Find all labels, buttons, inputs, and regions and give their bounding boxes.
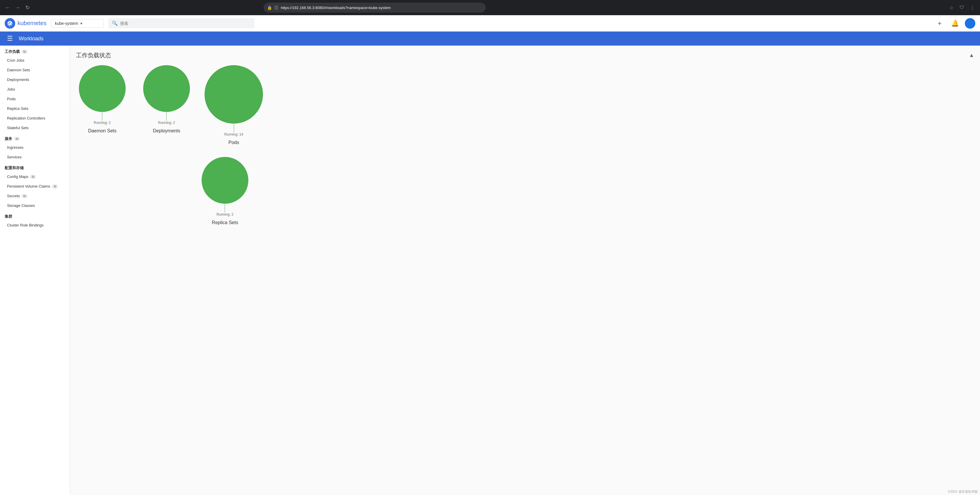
sidebar-item-replication-controllers[interactable]: Replication Controllers bbox=[0, 113, 70, 123]
running-row-daemon-sets: Running: 2 bbox=[94, 121, 111, 125]
sidebar-workloads-badge: N bbox=[22, 50, 27, 54]
footer: ©2021 省京道技术版 bbox=[945, 488, 980, 495]
sidebar-item-replica-sets[interactable]: Replica Sets bbox=[0, 104, 70, 113]
url-prefix: https:// bbox=[281, 6, 292, 10]
sidebar-item-persistent-volume-claims[interactable]: Persistent Volume Claims N bbox=[0, 181, 70, 191]
sidebar-services-badge: N bbox=[14, 137, 20, 141]
sidebar-config-header[interactable]: 配置和存储 bbox=[0, 162, 70, 172]
workload-grid: Running: 2 Daemon Sets Running: 2 bbox=[76, 65, 974, 225]
secrets-badge: N bbox=[22, 194, 27, 198]
sidebar-item-stateful-sets[interactable]: Stateful Sets bbox=[0, 123, 70, 133]
workload-name-replica-sets: Replica Sets bbox=[212, 220, 238, 225]
nav-title: Workloads bbox=[19, 36, 43, 42]
logo-area: kubernetes bbox=[5, 18, 46, 29]
sidebar-item-daemon-sets[interactable]: Daemon Sets bbox=[0, 65, 70, 75]
workload-name-daemon-sets: Daemon Sets bbox=[88, 128, 116, 134]
kubernetes-logo bbox=[5, 18, 15, 29]
running-text-daemon-sets: Running: 2 bbox=[94, 121, 111, 125]
footer-text: ©2021 省京道技术版 bbox=[948, 490, 978, 493]
circle-container-daemon-sets: Running: 2 bbox=[79, 65, 126, 125]
running-line-pods: Running: 14 bbox=[224, 124, 243, 137]
hamburger-menu-button[interactable]: ☰ bbox=[5, 33, 15, 44]
workload-item-pods: Running: 14 Pods bbox=[205, 65, 263, 145]
sidebar-workloads-header[interactable]: 工作负载 N bbox=[0, 46, 70, 56]
browser-actions: ☆ 🛡 ⋮ bbox=[947, 3, 977, 12]
sidebar-cluster-header[interactable]: 集群 bbox=[0, 210, 70, 220]
sidebar-item-config-maps[interactable]: Config Maps N bbox=[0, 172, 70, 181]
account-button[interactable]: 👤 bbox=[965, 18, 975, 29]
browser-menu-button[interactable]: ⋮ bbox=[968, 3, 977, 12]
section-title: 工作负载状态 bbox=[76, 51, 111, 59]
circle-container-deployments: Running: 2 bbox=[143, 65, 190, 125]
back-button[interactable]: ← bbox=[3, 3, 12, 12]
running-row-deployments: Running: 2 bbox=[158, 121, 175, 125]
chevron-down-icon: ▾ bbox=[80, 21, 83, 26]
search-bar[interactable]: 🔍 bbox=[108, 18, 255, 28]
workload-item-daemon-sets: Running: 2 Daemon Sets bbox=[76, 65, 129, 134]
notifications-button[interactable]: 🔔 bbox=[950, 18, 960, 29]
sidebar-workloads-label: 工作负载 bbox=[5, 49, 20, 54]
collapse-button[interactable]: ▲ bbox=[969, 52, 974, 59]
running-text-deployments: Running: 2 bbox=[158, 121, 175, 125]
circle-pods bbox=[205, 65, 263, 124]
account-icon: 👤 bbox=[967, 20, 973, 27]
app-logo-text: kubernetes bbox=[18, 20, 46, 27]
namespace-value: kube-system bbox=[55, 21, 78, 26]
url-port: :8080 bbox=[314, 6, 324, 10]
top-nav-bar: ☰ Workloads bbox=[0, 32, 980, 46]
main-layout: 工作负载 N Cron Jobs Daemon Sets Deployments… bbox=[0, 46, 980, 495]
sidebar-cluster-label: 集群 bbox=[5, 214, 12, 219]
running-row-pods: Running: 14 bbox=[224, 132, 243, 137]
section-header: 工作负载状态 ▲ bbox=[76, 51, 974, 59]
url-host: 192.168.56.3 bbox=[292, 6, 314, 10]
main-content: 工作负载状态 ▲ Running: 2 Daemon Sets bbox=[70, 46, 980, 495]
refresh-button[interactable]: ↻ bbox=[23, 3, 32, 12]
bookmark-button[interactable]: ☆ bbox=[947, 3, 955, 12]
circle-deployments bbox=[143, 65, 190, 112]
sidebar-item-storage-classes[interactable]: Storage Classes bbox=[0, 201, 70, 210]
header-actions: + 🔔 👤 bbox=[934, 18, 975, 29]
sidebar-item-pods[interactable]: Pods bbox=[0, 94, 70, 104]
running-text-pods: Running: 14 bbox=[224, 132, 243, 137]
workload-name-deployments: Deployments bbox=[153, 128, 180, 134]
pvc-badge: N bbox=[52, 185, 58, 188]
sidebar-item-jobs[interactable]: Jobs bbox=[0, 84, 70, 94]
sidebar-item-secrets[interactable]: Secrets N bbox=[0, 191, 70, 201]
namespace-selector[interactable]: kube-system ▾ bbox=[51, 19, 104, 28]
add-button[interactable]: + bbox=[934, 18, 945, 29]
sidebar: 工作负载 N Cron Jobs Daemon Sets Deployments… bbox=[0, 46, 70, 495]
workload-item-deployments: Running: 2 Deployments bbox=[140, 65, 193, 134]
url-path: /#/workloads?namespace=kube-system bbox=[324, 6, 391, 10]
running-line-daemon-sets: Running: 2 bbox=[94, 112, 111, 125]
security-icon: 🔒 bbox=[267, 5, 272, 10]
url-display: https://192.168.56.3:8080/#/workloads?na… bbox=[281, 6, 482, 10]
connector-deployments bbox=[166, 112, 167, 121]
running-row-replica-sets: Running: 2 bbox=[216, 212, 234, 216]
sidebar-services-label: 服务 bbox=[5, 136, 12, 142]
browser-chrome: ← → ↻ 🔒 ⚿ https://192.168.56.3:8080/#/wo… bbox=[0, 0, 980, 15]
connector-pods bbox=[234, 124, 234, 132]
sidebar-services-header[interactable]: 服务 N bbox=[0, 133, 70, 143]
workload-item-replica-sets: Running: 2 Replica Sets bbox=[199, 157, 251, 225]
lock-icon: ⚿ bbox=[274, 5, 278, 10]
search-input[interactable] bbox=[120, 21, 251, 26]
workload-name-pods: Pods bbox=[229, 140, 239, 145]
circle-daemon-sets bbox=[79, 65, 126, 112]
address-bar[interactable]: 🔒 ⚿ https://192.168.56.3:8080/#/workload… bbox=[264, 3, 485, 13]
browser-nav-buttons: ← → ↻ bbox=[3, 3, 32, 12]
connector-daemon-sets bbox=[102, 112, 102, 121]
sidebar-item-ingresses[interactable]: Ingresses bbox=[0, 143, 70, 152]
sidebar-item-deployments[interactable]: Deployments bbox=[0, 75, 70, 84]
forward-button[interactable]: → bbox=[13, 3, 22, 12]
running-text-replica-sets: Running: 2 bbox=[216, 212, 234, 216]
sidebar-item-services[interactable]: Services bbox=[0, 152, 70, 162]
search-icon: 🔍 bbox=[112, 21, 118, 26]
second-row: Running: 2 Replica Sets bbox=[76, 157, 974, 225]
app-header: kubernetes kube-system ▾ 🔍 + 🔔 👤 bbox=[0, 15, 980, 32]
sidebar-config-label: 配置和存储 bbox=[5, 166, 24, 171]
config-maps-badge: N bbox=[30, 175, 36, 179]
sidebar-item-cron-jobs[interactable]: Cron Jobs bbox=[0, 56, 70, 65]
sidebar-item-cluster-role-bindings[interactable]: Cluster Role Bindings bbox=[0, 220, 70, 230]
pocket-button[interactable]: 🛡 bbox=[958, 3, 966, 12]
circle-container-pods: Running: 14 bbox=[205, 65, 263, 137]
